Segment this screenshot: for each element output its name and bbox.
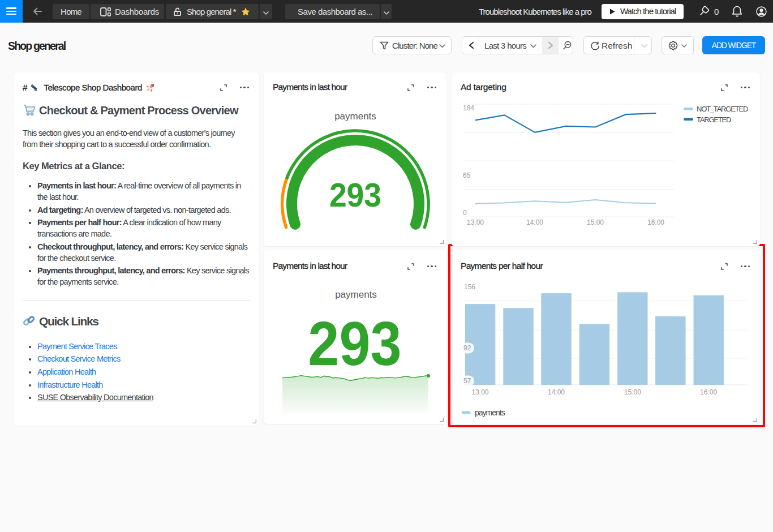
svg-text:0: 0 <box>463 209 467 217</box>
svg-text:13:00: 13:00 <box>467 218 484 226</box>
svg-text:156: 156 <box>464 283 475 291</box>
svg-text:57: 57 <box>463 377 471 385</box>
svg-text:14:00: 14:00 <box>548 388 565 396</box>
svg-text:16:00: 16:00 <box>700 388 717 396</box>
svg-text:184: 184 <box>463 104 474 112</box>
svg-text:NOT_TARGETED: NOT_TARGETED <box>697 105 748 113</box>
svg-text:15:00: 15:00 <box>624 388 641 396</box>
svg-text:293: 293 <box>308 309 401 379</box>
svg-text:65: 65 <box>463 171 471 179</box>
svg-text:payments: payments <box>335 289 377 300</box>
svg-text:92: 92 <box>463 344 471 352</box>
svg-text:293: 293 <box>329 176 381 213</box>
svg-text:15:00: 15:00 <box>587 218 604 226</box>
svg-text:TARGETED: TARGETED <box>697 115 731 124</box>
svg-text:payments: payments <box>475 408 505 417</box>
svg-text:16:00: 16:00 <box>647 218 664 226</box>
svg-text:payments: payments <box>334 111 376 122</box>
svg-text:14:00: 14:00 <box>526 218 543 226</box>
svg-text:13:00: 13:00 <box>471 388 488 396</box>
